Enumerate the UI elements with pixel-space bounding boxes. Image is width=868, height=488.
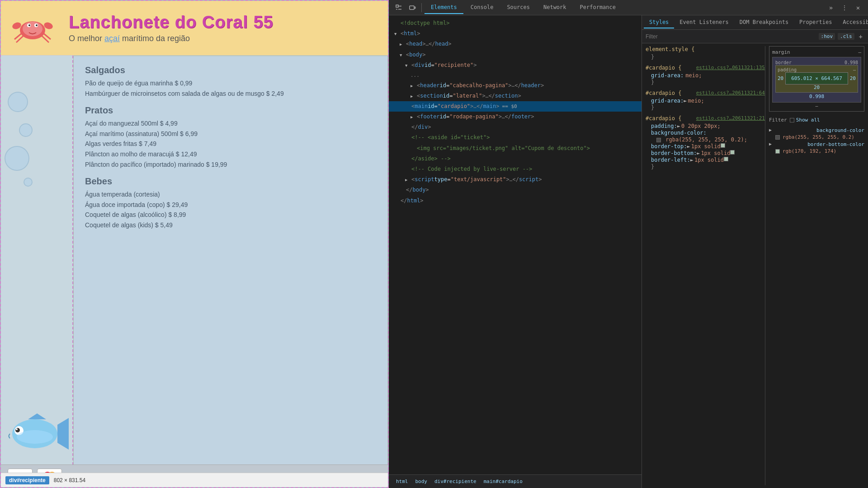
- bubble: [8, 92, 28, 112]
- device-emulation-icon[interactable]: [406, 1, 419, 14]
- dom-line-head[interactable]: <head>…</head>: [389, 39, 642, 49]
- crab-image: [5, 5, 60, 51]
- menu-section-salgados: Salgados Pão de queijo de égua marinha $…: [85, 65, 376, 98]
- fish-image: [5, 409, 69, 454]
- tab-network[interactable]: Network: [537, 1, 573, 14]
- computed-prop: ▶ border-bottom-color: [769, 141, 864, 147]
- breadcrumb-body[interactable]: body: [412, 477, 431, 486]
- dom-arrow[interactable]: [410, 81, 417, 90]
- padding-left: 20: [778, 75, 783, 81]
- tab-sources[interactable]: Sources: [500, 1, 536, 14]
- tab-dom-breakpoints[interactable]: DOM Breakpoints: [734, 17, 794, 28]
- color-swatch[interactable]: [730, 150, 735, 155]
- filter-input[interactable]: [646, 33, 819, 40]
- computed-prop-val: rgba(255, 255, 255, 0.2): [769, 134, 864, 140]
- dom-line-main-cardapio[interactable]: <main id="cardapio">…</main>== $0: [389, 101, 642, 112]
- dom-arrow[interactable]: [400, 40, 406, 48]
- cls-btn[interactable]: .cls: [838, 33, 854, 40]
- style-source[interactable]: estilo.css?…20611321:64: [696, 90, 765, 97]
- tab-event-listeners[interactable]: Event Listeners: [674, 17, 734, 28]
- dom-panel: <!doctype html> <html> <head>…</head> <b…: [389, 15, 642, 488]
- dom-line-doctype[interactable]: <!doctype html>: [389, 18, 642, 28]
- dom-line-html[interactable]: <html>: [389, 28, 642, 39]
- page-sidebar: [1, 56, 73, 483]
- site-subtitle: O melhor açaí marítimo da região: [69, 34, 274, 43]
- status-bar: div#recipiente 802 × 831.54: [1, 473, 389, 487]
- add-style-rule-btn[interactable]: +: [857, 33, 864, 40]
- tab-styles[interactable]: Styles: [644, 17, 674, 28]
- menu-section-bebes: Bebes Água temperada (cortesia) Água doc…: [85, 176, 376, 230]
- color-swatch[interactable]: [775, 149, 780, 154]
- dom-line-comment-live-server: <!-- Code injected by live-server -->: [389, 164, 642, 174]
- devtools-close-icon[interactable]: ✕: [852, 1, 864, 14]
- style-property-border-bottom: border-bottom: ► 1px solid: [646, 150, 765, 156]
- menu-item: Coquetel de algas (alcoólico) $ 8,99: [85, 211, 376, 220]
- color-swatch[interactable]: [724, 157, 728, 161]
- webpage-preview: Lanchonete do Coral 55 O melhor açaí mar…: [0, 0, 389, 488]
- dom-line-footer[interactable]: <footer id="rodape-pagina">…</footer>: [389, 112, 642, 122]
- dom-line-header[interactable]: <header id="cabecalho-pagina">…</header>: [389, 80, 642, 91]
- dom-line-section-lateral[interactable]: <section id="lateral">…</section>: [389, 91, 642, 101]
- style-rule-cardapio-1: #cardapio { estilo.css?…0611321:135 grid…: [646, 65, 765, 85]
- dom-line-script[interactable]: <script type="text/javascript">…</script…: [389, 174, 642, 185]
- style-property-padding: padding: ► 0 20px 20px;: [646, 123, 765, 129]
- dom-line-close-div[interactable]: </div>: [389, 122, 642, 132]
- dom-line-close-html: </html>: [389, 196, 642, 206]
- tab-console[interactable]: Console: [464, 1, 500, 14]
- show-all-toggle[interactable]: Show all: [790, 117, 820, 123]
- color-swatch[interactable]: [775, 135, 780, 140]
- menu-section-pratos: Pratos Açaí do manguezal 500ml $ 4,99 Aç…: [85, 105, 376, 169]
- status-selector: div#recipiente: [5, 476, 49, 484]
- style-property-border-left: border-left: ► 1px solid: [646, 157, 765, 163]
- hov-btn[interactable]: :hov: [819, 33, 835, 40]
- dom-arrow[interactable]: [405, 175, 411, 184]
- header-logo: [5, 5, 60, 51]
- tab-elements[interactable]: Elements: [425, 1, 463, 14]
- dom-line-dots: ...: [389, 70, 642, 80]
- menu-item: Água doce importada (copo) $ 29,49: [85, 201, 376, 210]
- breadcrumb-html[interactable]: html: [392, 477, 412, 486]
- filter-bar: :hov .cls +: [642, 30, 868, 43]
- svg-rect-26: [415, 7, 415, 9]
- dom-arrow[interactable]: [410, 92, 417, 100]
- inspect-element-icon[interactable]: [392, 1, 405, 14]
- show-all-checkbox[interactable]: [790, 118, 794, 122]
- dom-content[interactable]: <!doctype html> <html> <head>…</head> <b…: [389, 15, 642, 474]
- subtitle-suffix: marítimo da região: [120, 34, 190, 43]
- dom-arrow[interactable]: [394, 29, 401, 38]
- style-property: grid-area: meio;: [646, 72, 765, 79]
- menu-item: Algas verdes fritas $ 7,49: [85, 140, 376, 149]
- style-selector: element.style {: [646, 46, 694, 52]
- style-property: }: [646, 54, 765, 60]
- menu-item: Água temperada (cortesia): [85, 190, 376, 199]
- breadcrumb-main-cardapio[interactable]: main#cardapio: [480, 477, 526, 486]
- more-tabs-button[interactable]: »: [825, 1, 837, 14]
- style-source[interactable]: estilo.css?…0611321:135: [696, 65, 765, 72]
- dom-line-comment-aside-close: </aside> -->: [389, 154, 642, 164]
- tab-properties[interactable]: Properties: [794, 17, 837, 28]
- color-swatch[interactable]: [656, 138, 661, 142]
- menu-item: Pão de queijo de égua marinha $ 0,99: [85, 79, 376, 88]
- acai-link[interactable]: açaí: [104, 34, 120, 43]
- dom-line-comment-aside-open: <!-- <aside id="ticket">: [389, 132, 642, 143]
- svg-marker-18: [28, 413, 46, 419]
- svg-rect-21: [396, 5, 398, 7]
- breadcrumb-div-recipiente[interactable]: div#recipiente: [431, 477, 480, 486]
- menu-item: Açaí do manguezal 500ml $ 4,99: [85, 119, 376, 128]
- dom-arrow[interactable]: [405, 61, 411, 70]
- dom-line-div-recipiente[interactable]: <div id="recipiente">: [389, 60, 642, 70]
- content-box: 605.012 × 664.567: [785, 72, 848, 84]
- dom-arrow[interactable]: [410, 113, 417, 121]
- styles-content: element.style { } #cardapio { estilo.css…: [642, 43, 868, 488]
- styles-panel: Styles Event Listeners DOM Breakpoints P…: [642, 15, 868, 488]
- style-selector: #cardapio {: [646, 90, 681, 96]
- tab-performance[interactable]: Performance: [574, 1, 622, 14]
- dom-line-body[interactable]: <body>: [389, 50, 642, 60]
- padding-right: 20: [850, 75, 856, 81]
- color-swatch[interactable]: [721, 143, 725, 148]
- dom-arrow[interactable]: [400, 51, 406, 59]
- content-dimensions: 605.012 × 664.567: [791, 75, 842, 81]
- style-source[interactable]: estilo.css?…20611321:21: [696, 115, 765, 122]
- tab-accessibility[interactable]: Accessibility: [837, 17, 868, 28]
- devtools-settings-icon[interactable]: ⋮: [838, 1, 851, 14]
